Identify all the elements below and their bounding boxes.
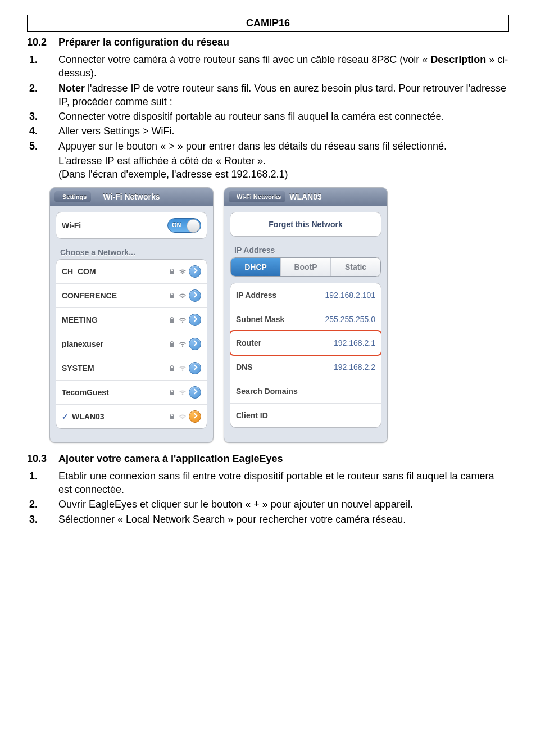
step-number: 5. (29, 139, 38, 153)
doc-title: CAMIP16 (27, 15, 509, 32)
step-item: 1.Etablir une connexion sans fil entre v… (56, 469, 509, 497)
step-number: 1. (29, 53, 38, 66)
network-row[interactable]: MEETING (56, 307, 207, 332)
step-text: Connecter votre dispositif portable au r… (58, 111, 444, 122)
wifi-signal-icon (179, 389, 185, 396)
network-meta (169, 362, 201, 374)
forget-network-button[interactable]: Forget this Network (230, 212, 381, 236)
network-row[interactable]: WLAN03 (56, 404, 207, 428)
step-number: 1. (29, 469, 38, 483)
steps-list-10-3: 1.Etablir une connexion sans fil entre v… (27, 469, 509, 526)
router-note-line1: L'adresse IP est affichée à côté de « Ro… (58, 154, 509, 168)
wifi-signal-icon (179, 413, 185, 420)
network-meta (169, 410, 201, 423)
step-number: 4. (29, 124, 38, 138)
network-name: CH_COM (62, 267, 96, 276)
network-name: CONFERENCE (62, 291, 117, 300)
network-meta (169, 386, 201, 399)
detail-panel-title: WLAN03 (289, 192, 322, 201)
network-row[interactable]: CONFERENCE (56, 283, 207, 307)
section-10-3-heading: 10.3Ajouter votre camera à l'application… (27, 453, 509, 465)
ip-address-row: IP Address 192.168.2.101 (230, 283, 381, 307)
step-text: Ouvrir EagleEyes et cliquer sur le bouto… (58, 499, 413, 510)
lock-icon (169, 316, 175, 323)
wifi-panel-header: Settings Wi-Fi Networks (50, 188, 213, 206)
wifi-signal-icon (179, 292, 185, 299)
step-item: 2.Ouvrir EagleEyes et cliquer sur le bou… (56, 497, 509, 511)
wifi-signal-icon (179, 365, 185, 372)
network-row[interactable]: CH_COM (56, 260, 207, 283)
wifi-toggle[interactable]: ON (167, 218, 201, 233)
network-meta (169, 314, 201, 326)
tab-static[interactable]: Static (330, 258, 380, 276)
disclosure-icon[interactable] (189, 410, 201, 423)
section-number: 10.2 (27, 37, 58, 48)
network-row[interactable]: SYSTEM (56, 356, 207, 380)
router-note-line2: (Dans l'écran d'exemple, l'adresse est 1… (58, 168, 509, 181)
disclosure-icon[interactable] (189, 386, 201, 399)
lock-icon (169, 389, 175, 396)
network-name: SYSTEM (62, 364, 94, 373)
network-name: MEETING (62, 315, 98, 324)
choose-network-label: Choose a Network... (56, 245, 207, 259)
back-button-settings[interactable]: Settings (54, 191, 91, 202)
client-id-row: Client ID (230, 403, 381, 427)
search-domains-row: Search Domains (230, 379, 381, 403)
step-number: 3. (29, 110, 38, 123)
step-text: Aller vers Settings > WiFi. (58, 125, 175, 137)
subnet-mask-row: Subnet Mask 255.255.255.0 (230, 307, 381, 331)
network-detail-panel: Wi-Fi Networks WLAN03 Forget this Networ… (224, 187, 388, 443)
section-number: 10.3 (27, 453, 58, 465)
section-title: Ajouter votre camera à l'application Eag… (58, 453, 283, 464)
network-list: CH_COMCONFERENCEMEETINGplanexuserSYSTEMT… (56, 259, 207, 429)
step-text: Sélectionner « Local Network Search » po… (58, 514, 406, 525)
section-10-2-heading: 10.2Préparer la configuration du réseau (27, 37, 509, 48)
disclosure-icon[interactable] (189, 362, 201, 374)
router-row: Router 192.168.2.1 (230, 330, 381, 356)
tab-bootp[interactable]: BootP (280, 258, 330, 276)
lock-icon (169, 292, 175, 299)
detail-panel-header: Wi-Fi Networks WLAN03 (224, 188, 387, 206)
step-text: Noter l'adresse IP de votre routeur sans… (58, 83, 506, 107)
ip-mode-segmented-control[interactable]: DHCP BootP Static (230, 257, 381, 277)
network-name: WLAN03 (62, 412, 105, 421)
steps-list-10-2: 1.Connecter votre caméra à votre routeur… (27, 53, 509, 153)
tab-dhcp[interactable]: DHCP (231, 258, 280, 276)
network-meta (169, 265, 201, 278)
network-name: TecomGuest (62, 388, 109, 397)
wifi-label: Wi-Fi (62, 221, 81, 230)
disclosure-icon[interactable] (189, 265, 201, 278)
section-title: Préparer la configuration du réseau (58, 37, 229, 48)
step-item: 4.Aller vers Settings > WiFi. (56, 124, 509, 138)
wifi-panel-title: Wi-Fi Networks (103, 192, 160, 201)
step-text: Appuyer sur le bouton « > » pour entrer … (58, 141, 447, 152)
back-button-wifi[interactable]: Wi-Fi Networks (229, 191, 285, 202)
step-text: Etablir une connexion sans fil entre vot… (58, 470, 494, 495)
lock-icon (169, 341, 175, 347)
lock-icon (169, 413, 175, 420)
lock-icon (169, 365, 175, 372)
wifi-signal-icon (179, 341, 185, 347)
disclosure-icon[interactable] (189, 314, 201, 326)
network-row[interactable]: TecomGuest (56, 380, 207, 404)
disclosure-icon[interactable] (189, 338, 201, 350)
wifi-networks-panel: Settings Wi-Fi Networks Wi-Fi ON Choose … (49, 187, 214, 443)
step-item: 1.Connecter votre caméra à votre routeur… (56, 53, 509, 80)
step-item: 3.Connecter votre dispositif portable au… (56, 110, 509, 123)
step-text: Connecter votre caméra à votre routeur s… (58, 54, 508, 79)
ip-address-section-label: IP Address (230, 242, 381, 257)
network-meta (169, 338, 201, 350)
step-item: 3.Sélectionner « Local Network Search » … (56, 513, 509, 526)
lock-icon (169, 268, 175, 275)
step-number: 3. (29, 513, 38, 526)
network-name: planexuser (62, 339, 103, 348)
disclosure-icon[interactable] (189, 289, 201, 302)
step-number: 2. (29, 497, 38, 511)
network-row[interactable]: planexuser (56, 332, 207, 356)
screenshots-row: Settings Wi-Fi Networks Wi-Fi ON Choose … (49, 187, 509, 443)
step-number: 2. (29, 82, 38, 95)
wifi-signal-icon (179, 316, 185, 323)
step-item: 5.Appuyer sur le bouton « > » pour entre… (56, 139, 509, 153)
wifi-toggle-row: Wi-Fi ON (56, 212, 207, 238)
wifi-signal-icon (179, 268, 185, 275)
